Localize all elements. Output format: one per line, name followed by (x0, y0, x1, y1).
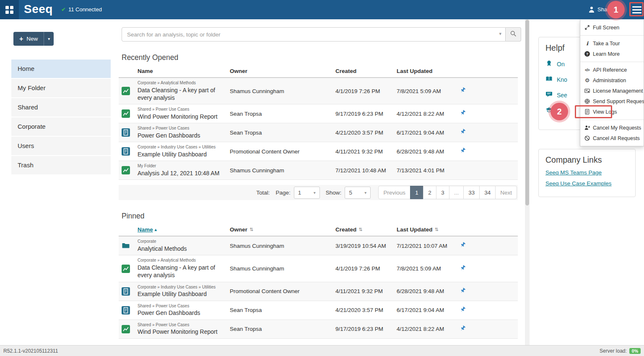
item-name-link[interactable]: Example Utility Dashboard (138, 290, 226, 298)
page-button-33[interactable]: 33 (463, 186, 480, 199)
menu-item-license-management[interactable]: License Management (580, 86, 644, 96)
company-link-use-cases[interactable]: Seeq Use Case Examples (545, 180, 628, 187)
menu-item-cancel-my-requests[interactable]: Cancel My Requests (580, 122, 644, 133)
pin-icon (460, 110, 466, 117)
menu-item-administration[interactable]: ⚙Administration (580, 75, 644, 86)
user-name-label: Sha (597, 6, 607, 13)
pin-cell[interactable] (458, 242, 518, 249)
item-name-link[interactable]: Analysis Jul 12, 2021 10:48 AM (138, 169, 226, 177)
sidebar-item-shared[interactable]: Shared (11, 98, 111, 117)
page-button-item[interactable]: ... (449, 186, 464, 199)
item-name-link[interactable]: Data Cleansing - A key part of every ana… (138, 264, 226, 279)
sidebar-item-users[interactable]: Users (11, 137, 111, 155)
menu-item-cancel-all-requests[interactable]: Cancel All Requests (580, 133, 644, 143)
search-bar: ▾ (122, 27, 521, 42)
pin-cell[interactable] (458, 265, 518, 273)
pin-cell[interactable] (458, 129, 518, 136)
item-created: 4/1/2019 7:26 PM (335, 265, 397, 272)
pin-cell[interactable] (458, 148, 518, 155)
item-breadcrumb: Corporate » Industry Use Cases » Utiliti… (138, 145, 226, 150)
item-created: 3/19/2019 10:54 AM (335, 243, 397, 249)
item-name-cell: Corporate » Industry Use Cases » Utiliti… (138, 145, 230, 158)
pin-icon (460, 288, 466, 295)
search-icon (510, 31, 517, 38)
page-button-1[interactable]: 1 (410, 186, 423, 199)
column-header-last-updated: Last Updated (397, 68, 458, 74)
item-owner: Sean Tropsa (230, 307, 335, 313)
item-name-link[interactable]: Power Gen Dashboards (138, 309, 226, 317)
sidebar-item-my-folder[interactable]: My Folder (11, 79, 111, 97)
table-row[interactable]: Shared » Power Use CasesWind Power Monit… (119, 320, 518, 339)
page-button-2[interactable]: 2 (423, 186, 436, 199)
menu-item-take-a-tour[interactable]: iTake a Tour (580, 38, 644, 49)
sort-ascending-icon: ▴ (155, 227, 157, 232)
pin-cell[interactable] (458, 325, 518, 333)
sidebar-item-corporate[interactable]: Corporate (11, 117, 111, 136)
table-row[interactable]: Shared » Power Use CasesWind Power Monit… (119, 104, 518, 123)
item-name-link[interactable]: Data Cleansing - A key part of every ana… (138, 86, 226, 102)
item-name-link[interactable]: Wind Power Monitoring Report (138, 328, 226, 335)
company-link-ms-teams[interactable]: Seeq MS Teams Page (545, 169, 628, 176)
user-icon (589, 7, 595, 13)
pin-cell[interactable] (458, 307, 518, 314)
column-header-owner[interactable]: Owner⇅ (230, 226, 335, 233)
column-header-created[interactable]: Created⇅ (335, 226, 397, 233)
search-button[interactable] (506, 27, 521, 42)
menu-item-full-screen[interactable]: Full Screen (580, 22, 644, 33)
table-row[interactable]: Shared » Power Use CasesPower Gen Dashbo… (119, 301, 518, 320)
table-row[interactable]: Corporate » Industry Use Cases » Utiliti… (119, 282, 518, 301)
pin-cell[interactable] (458, 288, 518, 295)
item-name-link[interactable]: Wind Power Monitoring Report (138, 113, 226, 120)
topic-icon (122, 287, 130, 296)
scrollbar-thumb[interactable] (525, 20, 529, 205)
menu-item-label: Take a Tour (593, 41, 620, 47)
apps-grid-button[interactable] (0, 0, 19, 19)
item-created: 9/17/2019 6:23 PM (335, 111, 397, 117)
menu-item-label: Cancel All Requests (593, 135, 640, 141)
item-updated: 6/28/2021 9:48 AM (397, 288, 458, 294)
page-button-34[interactable]: 34 (479, 186, 496, 199)
table-row[interactable]: CorporateAnalytical MethodsShamus Cunnin… (119, 236, 518, 255)
sidebar-item-trash[interactable]: Trash (11, 156, 111, 174)
show-select[interactable]: 5 ▾ (345, 187, 371, 199)
table-row[interactable]: My FolderAnalysis Jul 12, 2021 10:48 AMS… (119, 161, 518, 180)
column-header-name[interactable]: Name▴ (138, 226, 230, 233)
item-updated: 7/8/2021 5:09 AM (397, 88, 458, 94)
page-select[interactable]: 1 ▾ (294, 187, 320, 199)
item-name-link[interactable]: Power Gen Dashboards (138, 132, 226, 139)
item-breadcrumb: Corporate » Industry Use Cases » Utiliti… (138, 285, 226, 290)
menu-item-api-reference[interactable]: </>API Reference (580, 65, 644, 75)
page-button-next[interactable]: Next (495, 186, 517, 199)
table-row[interactable]: Corporate » Industry Use Cases » Utiliti… (119, 142, 518, 161)
table-row[interactable]: Shared » Power Use CasesPower Gen Dashbo… (119, 123, 518, 142)
column-header-owner: Owner (230, 68, 335, 74)
item-name-link[interactable]: Analytical Methods (138, 245, 226, 252)
new-button[interactable]: + New ▾ (13, 32, 54, 46)
analysis-icon (122, 325, 130, 333)
item-created: 4/11/2021 9:32 PM (335, 148, 397, 155)
show-label: Show: (326, 190, 342, 196)
item-name-link[interactable]: Example Utility Dashboard (138, 151, 226, 158)
item-name-cell: Shared » Power Use CasesWind Power Monit… (138, 322, 230, 336)
item-updated: 7/12/2021 10:07 AM (397, 243, 458, 249)
company-links-card: Company Links Seeq MS Teams Page Seeq Us… (538, 149, 636, 197)
topic-icon (122, 147, 130, 156)
menu-item-learn-more[interactable]: ?Learn More (580, 49, 644, 59)
item-updated: 6/17/2021 9:04 AM (397, 130, 458, 136)
recently-opened-body: Corporate » Analytical MethodsData Clean… (119, 78, 518, 180)
page-label: Page: (276, 190, 291, 196)
table-row[interactable]: Corporate » Analytical MethodsData Clean… (119, 78, 518, 104)
user-menu[interactable]: Sha (589, 6, 607, 13)
pin-cell[interactable] (458, 110, 518, 117)
item-updated: 7/13/2021 4:01 PM (397, 167, 458, 174)
sidebar-item-home[interactable]: Home (11, 60, 111, 78)
column-header-last-updated[interactable]: Last Updated⇅ (397, 226, 458, 233)
pin-icon (460, 242, 466, 249)
pin-cell[interactable] (458, 87, 518, 95)
page-button-previous[interactable]: Previous (378, 186, 410, 199)
search-input[interactable] (122, 27, 506, 42)
table-row[interactable]: Corporate » Analytical MethodsData Clean… (119, 255, 518, 282)
apps-grid-icon (5, 6, 13, 14)
page-button-3[interactable]: 3 (436, 186, 449, 199)
chevron-down-icon[interactable]: ▾ (44, 32, 54, 46)
